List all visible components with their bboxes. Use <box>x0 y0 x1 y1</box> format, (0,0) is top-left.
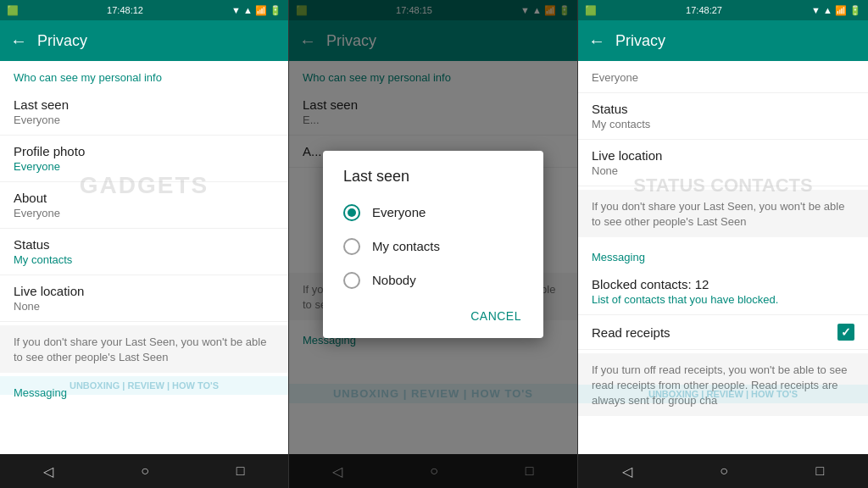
right-info-box-text: If you don't share your Last Seen, you w… <box>592 200 844 228</box>
left-app-bar-title: Privacy <box>37 32 87 50</box>
dialog-cancel-button[interactable]: CANCEL <box>462 304 530 328</box>
left-item-status-title: Status <box>14 237 275 252</box>
dialog-option-everyone-label: Everyone <box>372 205 426 219</box>
right-content: Everyone Status My contacts Live locatio… <box>578 61 868 454</box>
dialog-title: Last seen <box>323 151 543 196</box>
left-content: Who can see my personal info Last seen E… <box>0 61 288 454</box>
right-section-messaging: Messaging <box>578 241 868 269</box>
last-seen-dialog: Last seen Everyone My contacts Nobody CA… <box>323 151 543 338</box>
right-item-live-location[interactable]: Live location None <box>578 140 868 186</box>
right-back-icon[interactable]: ← <box>588 31 605 51</box>
left-info-box-text: If you don't share your Last Seen, you w… <box>14 336 266 363</box>
left-item-about-sub: Everyone <box>14 207 275 219</box>
right-status-time: 17:48:27 <box>686 5 722 15</box>
radio-nobody[interactable] <box>343 272 360 289</box>
left-item-live-location[interactable]: Live location None <box>0 275 288 322</box>
dialog-option-my-contacts[interactable]: My contacts <box>323 230 543 263</box>
right-phone-panel: 🟩 17:48:27 ▼ ▲ 📶 🔋 ← Privacy Everyone St… <box>578 0 868 488</box>
right-nav-square[interactable]: □ <box>816 463 825 479</box>
right-item-blocked-title: Blocked contacts: 12 <box>592 277 854 291</box>
right-item-blocked-sub: List of contacts that you have blocked. <box>592 293 854 306</box>
middle-phone-panel: 🟩 17:48:15 ▼ ▲ 📶 🔋 ← Privacy Who can see… <box>289 0 578 488</box>
dialog-option-nobody[interactable]: Nobody <box>323 263 543 297</box>
right-status-app-icon: 🟩 <box>585 5 597 16</box>
right-read-receipts-check-icon: ✓ <box>841 325 851 339</box>
right-status-icons: ▼ ▲ 📶 🔋 <box>811 5 861 16</box>
right-read-receipts-info-text: If you turn off read receipts, you won't… <box>592 363 847 407</box>
right-app-bar: ← Privacy <box>578 20 868 61</box>
dialog-option-everyone[interactable]: Everyone <box>323 196 543 230</box>
radio-my-contacts[interactable] <box>343 238 360 255</box>
left-item-profile-photo-title: Profile photo <box>14 144 275 158</box>
dialog-actions: CANCEL <box>323 297 543 338</box>
right-item-read-receipts-title: Read receipts <box>592 325 670 340</box>
right-nav-bar: ◁ ○ □ <box>578 454 868 488</box>
left-item-status-sub: My contacts <box>14 253 275 266</box>
left-back-icon[interactable]: ← <box>10 31 27 51</box>
left-item-last-seen-sub: Everyone <box>14 114 275 126</box>
left-item-last-seen[interactable]: Last seen Everyone <box>0 89 288 136</box>
radio-everyone[interactable] <box>343 204 360 221</box>
right-item-status-sub: My contacts <box>592 118 854 130</box>
left-phone-panel: 🟩 17:48:12 ▼ ▲ 📶 🔋 ← Privacy Who can see… <box>0 0 289 488</box>
right-item-everyone-text: Everyone <box>592 71 854 84</box>
right-info-box: If you don't share your Last Seen, you w… <box>578 190 868 237</box>
left-item-last-seen-title: Last seen <box>14 97 275 112</box>
right-item-everyone: Everyone <box>578 61 868 93</box>
right-item-live-location-title: Live location <box>592 148 854 163</box>
right-read-receipts-info-box: If you turn off read receipts, you won't… <box>578 353 868 416</box>
left-item-profile-photo[interactable]: Profile photo Everyone <box>0 136 288 182</box>
right-item-blocked[interactable]: Blocked contacts: 12 List of contacts th… <box>578 269 868 315</box>
middle-dialog-overlay: Last seen Everyone My contacts Nobody CA… <box>289 0 577 488</box>
left-item-about-title: About <box>14 191 275 205</box>
right-item-read-receipts[interactable]: Read receipts ✓ <box>578 315 868 350</box>
right-status-bar: 🟩 17:48:27 ▼ ▲ 📶 🔋 <box>578 0 868 20</box>
right-app-bar-title: Privacy <box>615 32 665 50</box>
right-item-status-title: Status <box>592 102 854 116</box>
dialog-option-my-contacts-label: My contacts <box>372 239 440 253</box>
right-item-live-location-sub: None <box>592 164 854 177</box>
left-status-app-icon: 🟩 <box>7 5 19 16</box>
left-app-bar: ← Privacy <box>0 20 288 61</box>
left-item-profile-photo-sub: Everyone <box>14 160 275 173</box>
right-nav-back[interactable]: ◁ <box>622 463 632 480</box>
left-item-status[interactable]: Status My contacts <box>0 229 288 275</box>
left-nav-bar: ◁ ○ □ <box>0 454 288 488</box>
left-status-bar: 🟩 17:48:12 ▼ ▲ 📶 🔋 <box>0 0 288 20</box>
left-nav-square[interactable]: □ <box>236 463 245 479</box>
left-section-personal: Who can see my personal info <box>0 61 288 89</box>
left-section-messaging: Messaging <box>0 376 288 404</box>
right-read-receipts-checkbox[interactable]: ✓ <box>837 324 854 341</box>
left-nav-back[interactable]: ◁ <box>43 463 53 480</box>
left-item-live-location-sub: None <box>14 300 275 313</box>
left-item-live-location-title: Live location <box>14 284 275 298</box>
left-nav-home[interactable]: ○ <box>141 463 149 479</box>
left-status-icons: ▼ ▲ 📶 🔋 <box>231 5 281 16</box>
dialog-option-nobody-label: Nobody <box>372 273 416 287</box>
right-nav-home[interactable]: ○ <box>720 463 728 479</box>
left-item-about[interactable]: About Everyone <box>0 182 288 229</box>
left-info-box: If you don't share your Last Seen, you w… <box>0 325 288 373</box>
right-item-status[interactable]: Status My contacts <box>578 93 868 140</box>
left-status-time: 17:48:12 <box>107 5 143 15</box>
radio-everyone-inner <box>348 208 356 217</box>
